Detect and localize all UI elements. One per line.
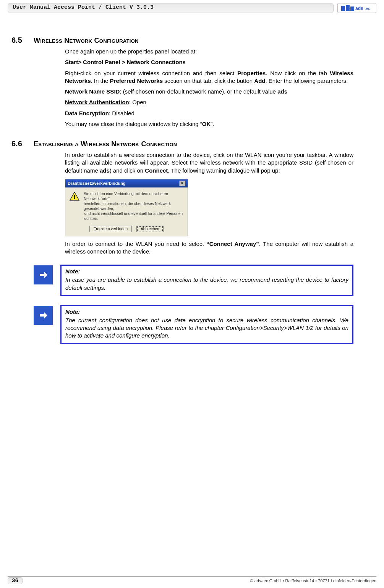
para: Network Name SSID: (self-chosen non-defa… — [65, 88, 353, 95]
doc-title: User Manual Access Point / Client V 3.0.… — [8, 3, 334, 13]
ads-tec-logo-icon: ads tec — [341, 4, 373, 12]
warning-icon: ! — [69, 191, 80, 201]
section-6-5-body: Once again open up the properties panel … — [65, 48, 353, 128]
note-arrow-icon — [34, 265, 53, 284]
section-6-6-body: In order to establish a wireless connect… — [65, 151, 353, 174]
arrow-right-icon — [37, 310, 49, 321]
para: Once again open up the properties panel … — [65, 48, 353, 55]
header: User Manual Access Point / Client V 3.0.… — [0, 0, 384, 13]
section-6-6: 6.6 Establishing a Wireless Network Conn… — [11, 139, 369, 148]
dialog-title-text: Drahtlosnetzwerkverbindung — [68, 181, 126, 186]
svg-rect-0 — [341, 6, 345, 11]
page-number: 36 — [8, 577, 23, 584]
warning-dialog: Drahtlosnetzwerkverbindung × ! Sie möcht… — [65, 179, 188, 236]
note-text: In case you are unable to establish a co… — [65, 276, 348, 292]
svg-text:tec: tec — [365, 6, 370, 11]
brand-logo: ads tec — [337, 3, 376, 13]
dialog-message: Sie möchten eine Verbindung mit dem unsi… — [84, 191, 184, 221]
para: In order to connect to the WLAN you need… — [65, 240, 353, 256]
note-title: Note: — [65, 268, 348, 275]
svg-rect-2 — [350, 6, 354, 11]
cancel-button[interactable]: Abbrechen — [136, 226, 163, 232]
section-6-5: 6.5 Wireless Network Configuration — [11, 36, 369, 45]
section-number: 6.5 — [11, 36, 34, 45]
connect-anyway-button[interactable]: Trotzdem verbinden — [89, 226, 132, 232]
para: Network Authentication: Open — [65, 99, 353, 106]
para: You may now close the dialogue windows b… — [65, 120, 353, 128]
close-icon[interactable]: × — [179, 181, 185, 186]
section-title: Establishing a Wireless Network Connecti… — [34, 140, 177, 148]
section-number: 6.6 — [11, 139, 34, 148]
para: Right-click on your current wireless con… — [65, 69, 353, 85]
note-title: Note: — [65, 309, 348, 315]
section-title: Wireless Network Configuration — [34, 37, 139, 45]
note-box: Note: In case you are unable to establis… — [60, 265, 353, 296]
para-bold: Start> Control Panel > Network Connectio… — [65, 58, 353, 66]
note-1: Note: In case you are unable to establis… — [34, 265, 353, 296]
note-2: Note: The current configuration does not… — [34, 305, 353, 344]
svg-text:ads: ads — [355, 6, 363, 11]
para: In order to establish a wireless connect… — [65, 151, 353, 174]
note-arrow-icon — [34, 306, 53, 325]
svg-rect-1 — [346, 5, 350, 11]
para: Data Encryption: Disabled — [65, 110, 353, 117]
note-text: The current configuration does not use d… — [65, 317, 348, 340]
note-box: Note: The current configuration does not… — [60, 305, 353, 344]
content-area: 6.5 Wireless Network Configuration Once … — [0, 13, 384, 344]
arrow-right-icon — [37, 269, 49, 281]
footer: 36 © ads-tec GmbH • Raiffeisenstr.14 • 7… — [0, 576, 384, 584]
section-6-6-body-2: In order to connect to the WLAN you need… — [65, 240, 353, 256]
dialog-titlebar: Drahtlosnetzwerkverbindung × — [65, 179, 188, 187]
copyright: © ads-tec GmbH • Raiffeisenstr.14 • 7077… — [250, 578, 376, 583]
svg-text:!: ! — [74, 194, 76, 200]
